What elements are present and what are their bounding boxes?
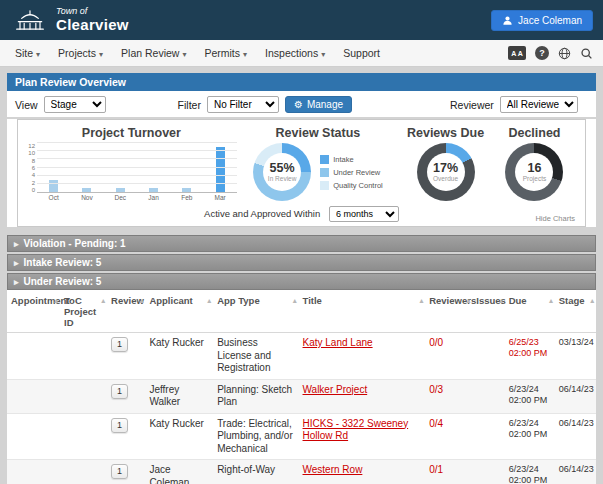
- reviewers-cell: 0/3: [425, 379, 472, 413]
- title-link[interactable]: HICKS - 3322 Sweeney Hollow Rd: [303, 418, 409, 442]
- manage-filters-button[interactable]: Manage: [285, 96, 352, 113]
- applicant-cell: Jace Coleman: [145, 460, 213, 484]
- appointment-cell: [7, 333, 60, 380]
- period-label: Active and Approved Within: [204, 208, 320, 219]
- legend-swatch: [320, 168, 329, 177]
- applicant-cell: Katy Rucker: [145, 333, 213, 380]
- x-axis-labels: OctNovDecJanFebMar: [37, 194, 237, 201]
- main-nav: Site Projects Plan Review Permits Inspec…: [0, 40, 603, 67]
- chevron-right-icon: [14, 238, 19, 249]
- issues-cell: [472, 379, 504, 413]
- col-due[interactable]: Due: [505, 290, 555, 333]
- legend-swatch: [320, 181, 329, 190]
- review-count-badge[interactable]: 1: [111, 384, 128, 399]
- nav-item-projects[interactable]: Projects: [49, 40, 112, 67]
- app-type-cell: Business License and Registration: [213, 333, 298, 380]
- filter-select[interactable]: No Filter: [207, 96, 279, 113]
- nav-item-plan-review[interactable]: Plan Review: [112, 40, 195, 67]
- col-appointment[interactable]: Appointment: [7, 290, 60, 333]
- section-violation-pending[interactable]: Violation - Pending: 1: [7, 235, 596, 252]
- search-icon[interactable]: [580, 47, 593, 60]
- col-stage[interactable]: Stage: [555, 290, 596, 333]
- user-menu-button[interactable]: Jace Coleman: [491, 10, 593, 31]
- person-icon: [502, 15, 513, 26]
- nav-item-support[interactable]: Support: [334, 40, 389, 67]
- section-intake-review[interactable]: Intake Review: 5: [7, 254, 596, 271]
- review-count-badge[interactable]: 1: [111, 418, 128, 433]
- project-id-cell: [60, 413, 107, 460]
- globe-icon[interactable]: [558, 47, 571, 60]
- nav-item-site[interactable]: Site: [6, 40, 49, 67]
- declined-donut: 16 Projects: [505, 143, 563, 201]
- app-type-cell: Trade: Electrical, Plumbing, and/or Mech…: [213, 413, 298, 460]
- stage-cell: 06/14/23: [555, 379, 596, 413]
- user-name-label: Jace Coleman: [518, 15, 582, 26]
- filter-label: Filter: [178, 99, 201, 111]
- page-title: Plan Review Overview: [7, 73, 596, 91]
- app-type-cell: Right-of-Way: [213, 460, 298, 484]
- applicant-cell: Jeffrey Walker: [145, 379, 213, 413]
- issues-cell: [472, 460, 504, 484]
- reviews-due-donut: 17% Overdue: [417, 143, 475, 201]
- stage-cell: 06/14/23: [555, 413, 596, 460]
- town-logo-icon: [10, 7, 50, 33]
- issues-cell: [472, 413, 504, 460]
- legend-swatch: [320, 155, 329, 164]
- nav-item-permits[interactable]: Permits: [195, 40, 256, 67]
- declined-chart: Declined 16 Projects: [492, 126, 577, 201]
- chevron-down-icon: [99, 47, 103, 59]
- brand-home-link[interactable]: Town of Clearview: [10, 7, 129, 33]
- col-applicant[interactable]: Applicant: [145, 290, 213, 333]
- appointment-cell: [7, 379, 60, 413]
- view-select[interactable]: Stage: [44, 96, 106, 113]
- project-id-cell: [60, 379, 107, 413]
- title-link[interactable]: Western Row: [303, 464, 363, 475]
- title-link[interactable]: Katy Land Lane: [303, 337, 373, 348]
- app-header: Town of Clearview Jace Coleman: [0, 0, 603, 40]
- help-icon[interactable]: [535, 46, 549, 60]
- due-cell: 6/23/2402:00 PM: [509, 384, 551, 407]
- nav-item-inspections[interactable]: Inspections: [256, 40, 334, 67]
- gear-icon: [294, 99, 303, 110]
- filter-bar: View Stage Filter No Filter Manage Revie…: [7, 91, 596, 117]
- issues-cell: [472, 333, 504, 380]
- table-row: 1 Katy Rucker Trade: Electrical, Plumbin…: [7, 413, 596, 460]
- chevron-right-icon: [14, 276, 19, 287]
- brand-name: Clearview: [56, 17, 129, 33]
- col-reviewers[interactable]: Reviewers: [425, 290, 472, 333]
- col-project-id[interactable]: ToC Project ID: [60, 290, 107, 333]
- col-app-type[interactable]: App Type: [213, 290, 298, 333]
- charts-panel: Project Turnover 121086420 OctNovDecJanF…: [17, 119, 586, 227]
- under-review-table: Appointment ToC Project ID Review Applic…: [7, 290, 596, 484]
- project-turnover-chart: Project Turnover 121086420 OctNovDecJanF…: [26, 126, 237, 201]
- app-type-cell: Planning: Sketch Plan: [213, 379, 298, 413]
- period-select[interactable]: 6 months: [329, 206, 399, 222]
- title-link[interactable]: Walker Project: [303, 384, 368, 395]
- col-issues[interactable]: Issues: [472, 290, 504, 333]
- chevron-down-icon: [182, 47, 186, 59]
- review-count-badge[interactable]: 1: [111, 337, 128, 352]
- reviewers-cell: 0/0: [425, 333, 472, 380]
- appointment-cell: [7, 413, 60, 460]
- y-axis-labels: 121086420: [26, 143, 37, 193]
- review-count-badge[interactable]: 1: [111, 464, 128, 479]
- reviews-due-chart: Reviews Due 17% Overdue: [399, 126, 492, 201]
- due-cell: 6/23/2402:00 PM: [509, 418, 551, 441]
- due-cell: 6/23/2402:00 PM: [509, 464, 551, 484]
- app-window: Town of Clearview Jace Coleman Site Proj…: [0, 0, 603, 484]
- hide-charts-link[interactable]: Hide Charts: [535, 214, 575, 223]
- appointment-cell: [7, 460, 60, 484]
- reviewer-label: Reviewer: [450, 99, 494, 111]
- table-row: 1 Jeffrey Walker Planning: Sketch Plan W…: [7, 379, 596, 413]
- review-status-donut: 55% In Review: [253, 143, 311, 201]
- due-cell: 6/25/2302:00 PM: [509, 337, 551, 360]
- col-review[interactable]: Review: [107, 290, 145, 333]
- col-title[interactable]: Title: [299, 290, 426, 333]
- review-status-chart: Review Status 55% In Review Intake Under…: [237, 126, 399, 201]
- applicant-cell: Katy Rucker: [145, 413, 213, 460]
- view-label: View: [15, 99, 38, 111]
- section-under-review[interactable]: Under Review: 5: [7, 273, 596, 290]
- reviewer-select[interactable]: All Reviewers: [500, 96, 578, 113]
- table-row: 1 Jace Coleman Right-of-Way Western Row …: [7, 460, 596, 484]
- text-size-icon[interactable]: [508, 46, 526, 60]
